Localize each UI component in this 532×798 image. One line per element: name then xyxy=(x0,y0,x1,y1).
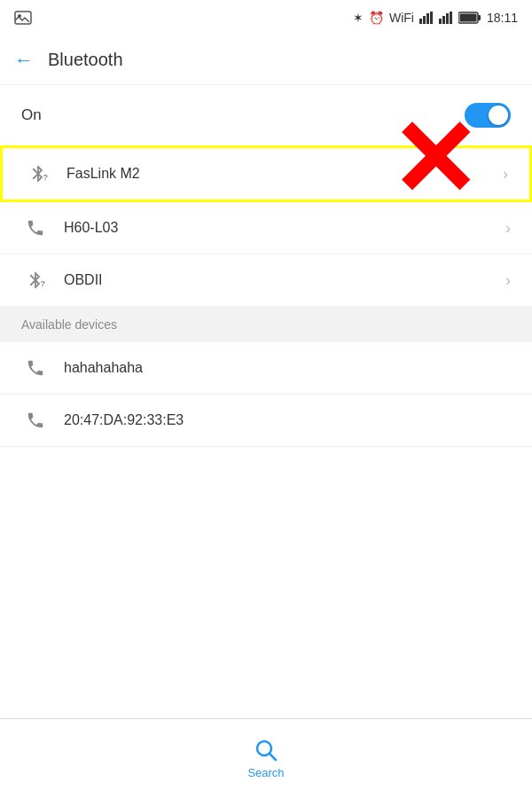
alarm-icon: ⏰ xyxy=(369,11,384,25)
svg-rect-11 xyxy=(478,15,481,20)
wifi-icon: WiFi xyxy=(389,11,414,25)
bluetooth-status-icon: ✶ xyxy=(353,11,364,25)
bluetooth-toggle-label: On xyxy=(21,106,42,124)
svg-rect-2 xyxy=(419,19,422,24)
page-title: Bluetooth xyxy=(48,50,123,70)
h60-chevron: › xyxy=(505,219,511,238)
bluetooth-question-icon: ? xyxy=(24,164,52,184)
phone-icon-mac xyxy=(21,411,50,430)
svg-text:?: ? xyxy=(41,279,46,288)
svg-rect-5 xyxy=(430,12,433,24)
time-display: 18:11 xyxy=(487,11,518,25)
svg-rect-8 xyxy=(446,13,449,24)
svg-line-16 xyxy=(270,754,276,760)
svg-rect-12 xyxy=(459,14,476,22)
svg-rect-7 xyxy=(442,16,445,24)
device-item-hahaha[interactable]: hahahahaha xyxy=(0,342,532,395)
faslink-device-name: FasLink M2 xyxy=(66,166,503,182)
top-nav: ← Bluetooth xyxy=(0,35,532,85)
search-label: Search xyxy=(247,766,284,779)
search-icon xyxy=(254,738,278,763)
bottom-search-bar[interactable]: Search xyxy=(0,718,532,798)
signal-icon-1 xyxy=(419,12,434,24)
bluetooth-question-icon-obdii: ? xyxy=(21,270,50,290)
svg-rect-6 xyxy=(439,19,442,24)
svg-rect-9 xyxy=(450,12,452,24)
svg-rect-4 xyxy=(426,13,429,24)
bluetooth-toggle[interactable] xyxy=(465,103,511,128)
faslink-chevron: › xyxy=(503,165,508,184)
h60-device-name: H60-L03 xyxy=(64,220,505,236)
phone-icon-hahaha xyxy=(21,358,50,378)
bluetooth-toggle-row: On xyxy=(0,85,532,145)
device-item-h60[interactable]: H60-L03 › xyxy=(0,202,532,254)
available-devices-header: Available devices xyxy=(0,307,532,342)
device-item-faslink[interactable]: ? FasLink M2 › xyxy=(0,145,532,202)
status-bar: ✶ ⏰ WiFi 18:11 xyxy=(0,0,532,35)
device-item-obdii[interactable]: ? OBDII › xyxy=(0,254,532,307)
obdii-device-name: OBDII xyxy=(64,272,505,288)
svg-rect-3 xyxy=(423,16,426,24)
obdii-chevron: › xyxy=(505,271,511,290)
status-bar-right: ✶ ⏰ WiFi 18:11 xyxy=(353,11,518,25)
back-button[interactable]: ← xyxy=(14,49,34,72)
signal-icon-2 xyxy=(439,12,453,24)
mac-device-name: 20:47:DA:92:33:E3 xyxy=(64,412,511,428)
battery-icon xyxy=(458,12,481,24)
status-bar-left xyxy=(14,11,32,25)
device-item-mac[interactable]: 20:47:DA:92:33:E3 xyxy=(0,395,532,447)
phone-icon-h60 xyxy=(21,218,50,238)
hahaha-device-name: hahahahaha xyxy=(64,360,511,376)
image-icon xyxy=(14,11,32,25)
svg-text:?: ? xyxy=(43,173,49,182)
